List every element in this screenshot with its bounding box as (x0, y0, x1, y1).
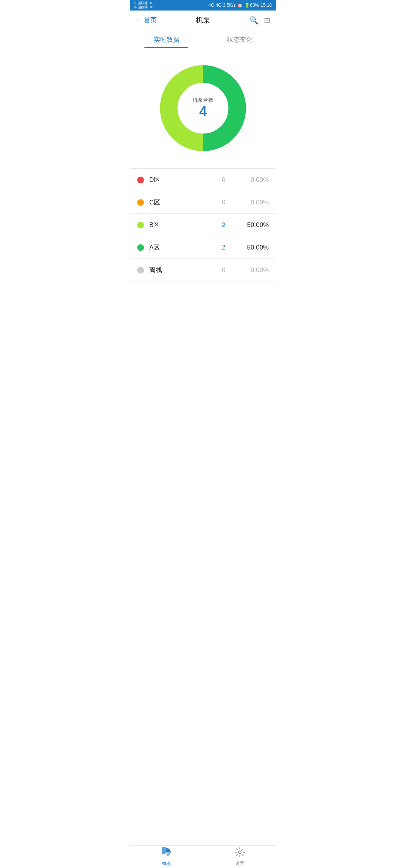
percent-c: 0.00% (235, 199, 269, 206)
donut-chart: 机泵台数 4 (154, 59, 252, 157)
label-offline: 离线 (149, 266, 212, 274)
stats-row-b[interactable]: B区 2 50.00% (130, 214, 276, 236)
tab-status-label: 状态变化 (227, 36, 253, 43)
tab-bar: 实时数据 状态变化 (130, 30, 276, 48)
count-offline: 0 (212, 266, 235, 274)
count-a: 2 (212, 244, 235, 251)
dot-b (137, 222, 144, 228)
stats-row-c[interactable]: C区 0 0.00% (130, 191, 276, 214)
back-arrow-icon: ← (136, 16, 142, 24)
dot-d (137, 177, 144, 183)
count-c: 0 (212, 199, 235, 206)
chart-area: 机泵台数 4 (130, 48, 276, 165)
label-d: D区 (149, 175, 212, 184)
status-bar: 中国联通 HD 中国移动 HD 4G 4G 3.5K/s ⏰ 🔋63% 15:1… (130, 0, 276, 11)
label-c: C区 (149, 198, 212, 207)
stats-row-d[interactable]: D区 0 0.00% (130, 169, 276, 191)
donut-center-value: 4 (192, 104, 214, 119)
count-b: 2 (212, 221, 235, 229)
stats-list: D区 0 0.00% C区 0 0.00% B区 2 50.00% A区 2 5… (130, 168, 276, 281)
network-info: 4G 4G 3.5K/s (208, 3, 236, 8)
percent-offline: 0.00% (235, 266, 269, 274)
percent-a: 50.00% (235, 244, 269, 251)
battery-icon: 🔋63% (244, 3, 259, 8)
dot-a (137, 244, 144, 251)
label-b: B区 (149, 221, 212, 229)
tab-status[interactable]: 状态变化 (203, 30, 276, 48)
carrier-2: 中国移动 HD (134, 5, 154, 9)
alarm-icon: ⏰ (237, 3, 243, 8)
back-button[interactable]: ← 首页 (136, 16, 170, 24)
donut-center: 机泵台数 4 (192, 97, 214, 119)
percent-b: 50.00% (235, 221, 269, 229)
donut-center-label: 机泵台数 (192, 97, 214, 104)
carrier-1: 中国联通 HD (134, 1, 154, 5)
page-title: 机泵 (170, 15, 237, 25)
stats-row-a[interactable]: A区 2 50.00% (130, 236, 276, 259)
label-a: A区 (149, 243, 212, 252)
scan-icon[interactable]: ⊡ (264, 16, 270, 25)
stats-row-offline[interactable]: 离线 0 0.00% (130, 259, 276, 281)
tab-realtime-label: 实时数据 (154, 36, 179, 43)
header: ← 首页 机泵 🔍 ⊡ (130, 11, 276, 30)
dot-c (137, 199, 144, 206)
dot-offline (137, 267, 144, 274)
count-d: 0 (212, 176, 235, 184)
status-right: 4G 4G 3.5K/s ⏰ 🔋63% 15:18 (208, 3, 272, 8)
header-actions: 🔍 ⊡ (237, 16, 271, 25)
search-icon[interactable]: 🔍 (249, 16, 259, 25)
carrier-info: 中国联通 HD 中国移动 HD (134, 1, 154, 9)
tab-realtime[interactable]: 实时数据 (130, 30, 203, 48)
time-display: 15:18 (261, 3, 272, 8)
percent-d: 0.00% (235, 176, 269, 184)
back-label: 首页 (144, 16, 157, 24)
